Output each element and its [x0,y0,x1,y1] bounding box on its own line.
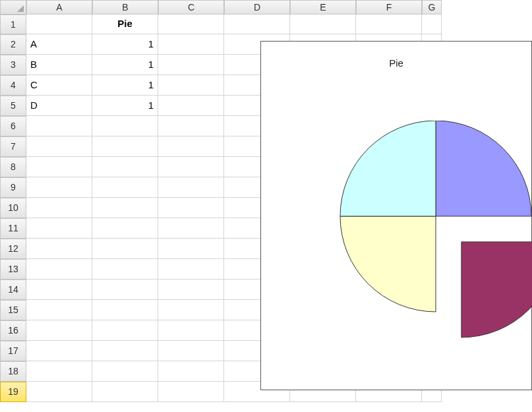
cell-D1[interactable] [224,15,290,34]
chart-title: Pie [261,57,531,69]
row-header-5[interactable]: 5 [0,96,26,116]
cell-C5[interactable] [158,96,224,116]
row-header-6[interactable]: 6 [0,116,26,136]
row-header-7[interactable]: 7 [0,136,26,157]
row-header-3[interactable]: 3 [0,55,26,75]
cell-B16[interactable] [92,320,158,341]
cell-A5[interactable]: D [26,96,92,116]
cell-G1[interactable] [422,15,442,34]
cell-B11[interactable] [92,218,158,239]
cell-A19[interactable] [26,382,92,402]
cell-A16[interactable] [26,320,92,341]
col-header-E[interactable]: E [290,0,356,15]
cell-C9[interactable] [158,177,224,198]
pie-chart-svg [330,121,532,384]
cell-A1[interactable] [26,15,92,34]
cell-A18[interactable] [26,361,92,382]
cell-A3[interactable]: B [26,55,92,75]
row-header-8[interactable]: 8 [0,157,26,177]
select-all-corner[interactable] [0,0,26,15]
col-header-A[interactable]: A [26,0,92,15]
cell-C11[interactable] [158,218,224,239]
cell-B17[interactable] [92,341,158,361]
cell-A17[interactable] [26,341,92,361]
cell-B5[interactable]: 1 [92,96,158,116]
cell-B9[interactable] [92,177,158,198]
cell-A8[interactable] [26,157,92,177]
cell-B6[interactable] [92,116,158,136]
row-header-4[interactable]: 4 [0,75,26,96]
row-header-17[interactable]: 17 [0,341,26,361]
cell-A10[interactable] [26,198,92,218]
cell-A6[interactable] [26,116,92,136]
cell-C12[interactable] [158,239,224,259]
cell-A4[interactable]: C [26,75,92,96]
col-header-B[interactable]: B [92,0,158,15]
cell-C1[interactable] [158,15,224,34]
cell-C18[interactable] [158,361,224,382]
cell-B13[interactable] [92,259,158,280]
row-header-14[interactable]: 14 [0,280,26,300]
cell-C15[interactable] [158,300,224,320]
cell-A9[interactable] [26,177,92,198]
cell-B15[interactable] [92,300,158,320]
cell-C10[interactable] [158,198,224,218]
cell-C16[interactable] [158,320,224,341]
cell-B4[interactable]: 1 [92,75,158,96]
row-header-11[interactable]: 11 [0,218,26,239]
row-header-2[interactable]: 2 [0,34,26,55]
row-header-15[interactable]: 15 [0,300,26,320]
cell-B2[interactable]: 1 [92,34,158,55]
pie-slice-D[interactable] [340,121,436,216]
cell-A15[interactable] [26,300,92,320]
cell-B3[interactable]: 1 [92,55,158,75]
cell-B12[interactable] [92,239,158,259]
pie-slice-B[interactable] [461,242,532,338]
cell-C6[interactable] [158,116,224,136]
cell-C3[interactable] [158,55,224,75]
cell-B10[interactable] [92,198,158,218]
cell-C14[interactable] [158,280,224,300]
col-header-D[interactable]: D [224,0,290,15]
cell-B1[interactable]: Pie [92,15,158,34]
cell-A2[interactable]: A [26,34,92,55]
pie-slice-A[interactable] [436,121,531,216]
cell-B7[interactable] [92,136,158,157]
cell-E1[interactable] [290,15,356,34]
row-header-16[interactable]: 16 [0,320,26,341]
cell-F1[interactable] [356,15,422,34]
row-header-10[interactable]: 10 [0,198,26,218]
cell-A14[interactable] [26,280,92,300]
row-header-19[interactable]: 19 [0,382,26,402]
row-header-13[interactable]: 13 [0,259,26,280]
cell-C4[interactable] [158,75,224,96]
cell-C13[interactable] [158,259,224,280]
cell-C8[interactable] [158,157,224,177]
row-header-18[interactable]: 18 [0,361,26,382]
col-header-G[interactable]: G [422,0,442,15]
cell-C17[interactable] [158,341,224,361]
cell-B18[interactable] [92,361,158,382]
cell-A13[interactable] [26,259,92,280]
cell-A12[interactable] [26,239,92,259]
pie-slice-C[interactable] [340,216,436,312]
cell-B8[interactable] [92,157,158,177]
cell-A11[interactable] [26,218,92,239]
cell-C19[interactable] [158,382,224,402]
cell-B14[interactable] [92,280,158,300]
cell-C7[interactable] [158,136,224,157]
col-header-F[interactable]: F [356,0,422,15]
cell-C2[interactable] [158,34,224,55]
cell-A7[interactable] [26,136,92,157]
row-header-12[interactable]: 12 [0,239,26,259]
row-header-9[interactable]: 9 [0,177,26,198]
cell-B19[interactable] [92,382,158,402]
col-header-C[interactable]: C [158,0,224,15]
row-header-1[interactable]: 1 [0,15,26,34]
pie-chart-object[interactable]: Pie [260,41,532,390]
